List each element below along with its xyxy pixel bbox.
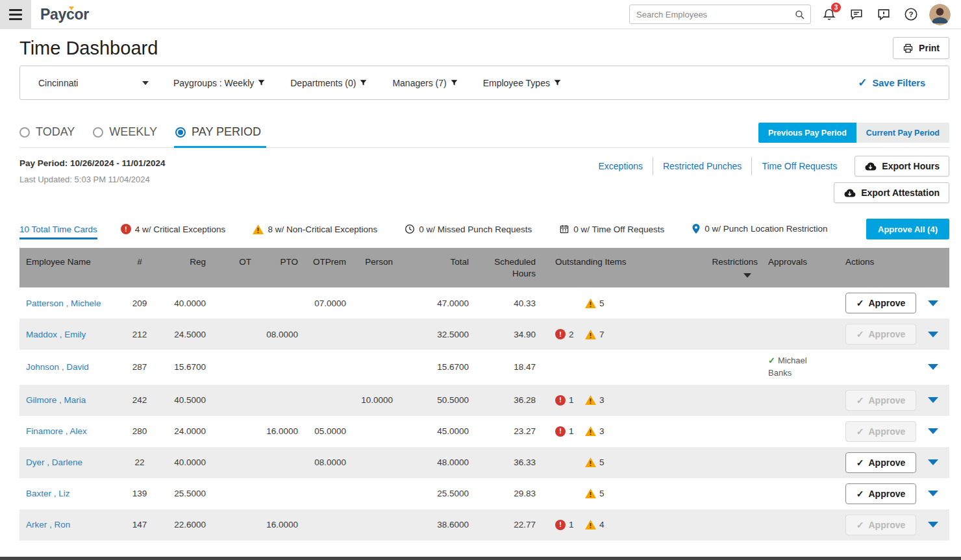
cloud-download-icon bbox=[843, 188, 856, 198]
noncritical-exception-count[interactable]: 3 bbox=[585, 426, 615, 436]
employee-name-link[interactable]: Maddox , Emily bbox=[26, 330, 86, 339]
user-avatar[interactable] bbox=[929, 4, 951, 25]
reg-hours: 40.5000 bbox=[153, 385, 211, 416]
check-icon: ✓ bbox=[856, 395, 864, 406]
employee-number: 22 bbox=[127, 447, 153, 478]
employee-name-link[interactable]: Gilmore , Maria bbox=[26, 395, 86, 405]
person-hours bbox=[351, 478, 398, 509]
approve-button[interactable]: ✓Approve bbox=[845, 293, 916, 313]
employee-number: 139 bbox=[127, 478, 153, 509]
approve-button[interactable]: ✓Approve bbox=[845, 483, 916, 504]
warning-icon bbox=[253, 225, 264, 234]
time-off-requests-link[interactable]: Time Off Requests bbox=[752, 161, 847, 171]
noncritical-exception-count[interactable]: 5 bbox=[585, 457, 615, 467]
ot-hours bbox=[211, 509, 256, 541]
print-button[interactable]: Print bbox=[893, 37, 949, 59]
summary-critical-exceptions[interactable]: ! 4 w/ Critical Exceptions bbox=[121, 224, 226, 239]
warning-icon bbox=[585, 520, 596, 530]
save-filters-button[interactable]: ✓ Save Filters bbox=[858, 76, 925, 90]
search-icon[interactable] bbox=[794, 9, 805, 20]
summary-total-time-cards[interactable]: 10 Total Time Cards bbox=[19, 225, 97, 239]
export-hours-button[interactable]: Export Hours bbox=[855, 156, 949, 177]
location-select[interactable]: Cincinnati bbox=[38, 78, 149, 88]
view-radio-today[interactable]: TODAY bbox=[19, 118, 75, 147]
noncritical-exception-count[interactable]: 5 bbox=[585, 489, 615, 498]
restrictions-filter-caret-icon[interactable] bbox=[743, 273, 751, 278]
filter-employee-types[interactable]: Employee Types bbox=[483, 78, 562, 88]
row-expand-caret-icon[interactable] bbox=[928, 332, 938, 337]
col-otprem: OTPrem bbox=[313, 257, 346, 267]
calendar-icon bbox=[559, 224, 569, 234]
view-radio-weekly[interactable]: WEEKLY bbox=[93, 118, 157, 147]
summary-time-off-requests[interactable]: 0 w/ Time Off Requests bbox=[559, 224, 664, 239]
warning-icon bbox=[585, 426, 596, 436]
critical-exception-count[interactable]: ! 1 bbox=[555, 426, 585, 437]
view-radio-pay-period[interactable]: PAY PERIOD bbox=[175, 118, 261, 147]
filter-managers[interactable]: Managers (7) bbox=[392, 78, 458, 88]
noncritical-exception-count[interactable]: 3 bbox=[585, 395, 615, 405]
view-radio-label: WEEKLY bbox=[109, 125, 157, 139]
feedback-button[interactable] bbox=[875, 5, 893, 23]
radio-icon bbox=[175, 127, 186, 138]
critical-exception-count[interactable]: ! 1 bbox=[555, 520, 585, 530]
employee-name-link[interactable]: Johnson , David bbox=[26, 362, 89, 372]
previous-pay-period-button[interactable]: Previous Pay Period bbox=[758, 123, 856, 143]
approve-button[interactable]: ✓Approve bbox=[845, 515, 916, 535]
approve-button[interactable]: ✓Approve bbox=[845, 324, 916, 345]
restricted-punches-link[interactable]: Restricted Punches bbox=[653, 161, 751, 171]
check-icon: ✓ bbox=[856, 298, 864, 308]
col-scheduled-hours: Scheduled Hours bbox=[494, 257, 536, 278]
row-expand-caret-icon[interactable] bbox=[928, 364, 938, 370]
search-input[interactable] bbox=[636, 10, 794, 19]
check-icon: ✓ bbox=[858, 76, 867, 90]
table-row: Maddox , Emily 212 24.5000 08.0000 32.50… bbox=[19, 319, 949, 350]
filter-paygroups[interactable]: Paygroups : Weekly bbox=[173, 78, 266, 88]
summary-missed-punch-requests[interactable]: 0 w/ Missed Punch Requests bbox=[405, 224, 532, 239]
scheduled-hours: 18.47 bbox=[474, 350, 541, 385]
employee-name-link[interactable]: Finamore , Alex bbox=[26, 426, 87, 436]
menu-button[interactable] bbox=[0, 0, 31, 29]
critical-exception-count[interactable]: ! 1 bbox=[555, 395, 585, 406]
restrictions-cell bbox=[643, 385, 763, 416]
row-expand-caret-icon[interactable] bbox=[928, 522, 938, 528]
alert-bubble-icon bbox=[877, 7, 891, 21]
clock-icon bbox=[405, 224, 415, 234]
noncritical-exception-count[interactable]: 5 bbox=[585, 298, 615, 308]
help-button[interactable]: ? bbox=[902, 5, 920, 23]
critical-icon: ! bbox=[555, 329, 566, 339]
otprem-hours: 08.0000 bbox=[303, 447, 351, 478]
notifications-button[interactable]: 3 bbox=[820, 5, 838, 23]
export-attestation-button[interactable]: Export Attestation bbox=[834, 182, 949, 203]
critical-exception-count[interactable]: ! 2 bbox=[555, 329, 585, 339]
current-pay-period-button[interactable]: Current Pay Period bbox=[856, 123, 949, 143]
summary-noncritical-exceptions[interactable]: 8 w/ Non-Critical Exceptions bbox=[253, 225, 377, 239]
approve-button[interactable]: ✓Approve bbox=[845, 390, 916, 411]
employee-name-link[interactable]: Patterson , Michele bbox=[26, 298, 101, 308]
row-expand-caret-icon[interactable] bbox=[928, 428, 938, 434]
check-icon: ✓ bbox=[856, 489, 864, 499]
noncritical-exception-count[interactable]: 7 bbox=[585, 330, 615, 339]
person-hours bbox=[351, 447, 398, 478]
exceptions-link[interactable]: Exceptions bbox=[588, 161, 652, 171]
summary-punch-location-restriction[interactable]: 0 w/ Punch Location Restriction bbox=[692, 223, 827, 239]
filter-departments[interactable]: Departments (0) bbox=[290, 78, 368, 88]
messages-button[interactable] bbox=[847, 5, 866, 23]
export-attestation-label: Export Attestation bbox=[861, 188, 940, 198]
approve-all-button[interactable]: Approve All (4) bbox=[866, 219, 949, 239]
approve-button[interactable]: ✓Approve bbox=[845, 452, 916, 473]
employee-name-link[interactable]: Arker , Ron bbox=[26, 520, 70, 530]
check-icon: ✓ bbox=[856, 426, 864, 437]
employee-name-link[interactable]: Dyer , Darlene bbox=[26, 457, 82, 467]
row-expand-caret-icon[interactable] bbox=[928, 459, 938, 465]
row-expand-caret-icon[interactable] bbox=[928, 491, 938, 496]
pay-period-range: Pay Period: 10/26/2024 - 11/01/2024 bbox=[19, 158, 165, 168]
col-person: Person bbox=[365, 257, 393, 267]
otprem-hours bbox=[303, 319, 351, 350]
approve-button[interactable]: ✓Approve bbox=[845, 421, 916, 442]
col-outstanding-items: Outstanding Items bbox=[555, 257, 627, 267]
row-expand-caret-icon[interactable] bbox=[928, 300, 938, 306]
employee-name-link[interactable]: Baxter , Liz bbox=[26, 489, 70, 498]
noncritical-exception-count[interactable]: 4 bbox=[585, 520, 615, 530]
row-expand-caret-icon[interactable] bbox=[928, 397, 938, 403]
person-hours bbox=[351, 287, 398, 319]
